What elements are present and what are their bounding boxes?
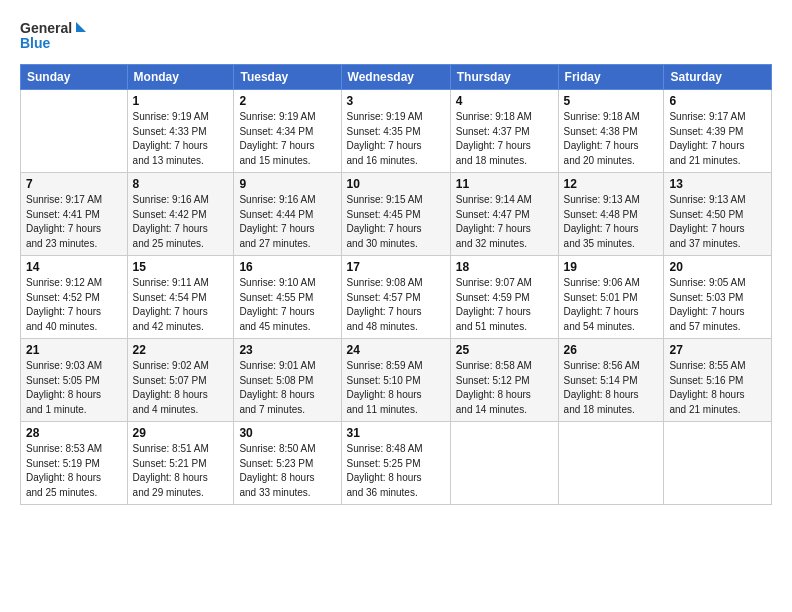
- day-number: 12: [564, 177, 659, 191]
- day-number: 19: [564, 260, 659, 274]
- calendar-cell: 22Sunrise: 9:02 AM Sunset: 5:07 PM Dayli…: [127, 339, 234, 422]
- day-info: Sunrise: 9:08 AM Sunset: 4:57 PM Dayligh…: [347, 276, 445, 334]
- day-info: Sunrise: 9:19 AM Sunset: 4:34 PM Dayligh…: [239, 110, 335, 168]
- calendar-cell: 12Sunrise: 9:13 AM Sunset: 4:48 PM Dayli…: [558, 173, 664, 256]
- calendar-cell: 16Sunrise: 9:10 AM Sunset: 4:55 PM Dayli…: [234, 256, 341, 339]
- day-number: 7: [26, 177, 122, 191]
- logo-svg: General Blue: [20, 18, 90, 54]
- day-number: 9: [239, 177, 335, 191]
- day-number: 29: [133, 426, 229, 440]
- day-info: Sunrise: 9:18 AM Sunset: 4:38 PM Dayligh…: [564, 110, 659, 168]
- day-number: 21: [26, 343, 122, 357]
- day-number: 8: [133, 177, 229, 191]
- weekday-header: Saturday: [664, 65, 772, 90]
- day-info: Sunrise: 9:18 AM Sunset: 4:37 PM Dayligh…: [456, 110, 553, 168]
- day-number: 27: [669, 343, 766, 357]
- calendar-cell: 15Sunrise: 9:11 AM Sunset: 4:54 PM Dayli…: [127, 256, 234, 339]
- day-number: 24: [347, 343, 445, 357]
- calendar-cell: 21Sunrise: 9:03 AM Sunset: 5:05 PM Dayli…: [21, 339, 128, 422]
- day-info: Sunrise: 9:02 AM Sunset: 5:07 PM Dayligh…: [133, 359, 229, 417]
- day-info: Sunrise: 9:17 AM Sunset: 4:39 PM Dayligh…: [669, 110, 766, 168]
- calendar-cell: 19Sunrise: 9:06 AM Sunset: 5:01 PM Dayli…: [558, 256, 664, 339]
- day-number: 20: [669, 260, 766, 274]
- day-info: Sunrise: 8:48 AM Sunset: 5:25 PM Dayligh…: [347, 442, 445, 500]
- day-number: 10: [347, 177, 445, 191]
- day-info: Sunrise: 9:05 AM Sunset: 5:03 PM Dayligh…: [669, 276, 766, 334]
- day-number: 14: [26, 260, 122, 274]
- day-number: 3: [347, 94, 445, 108]
- day-number: 2: [239, 94, 335, 108]
- calendar-week-row: 14Sunrise: 9:12 AM Sunset: 4:52 PM Dayli…: [21, 256, 772, 339]
- calendar-cell: 3Sunrise: 9:19 AM Sunset: 4:35 PM Daylig…: [341, 90, 450, 173]
- day-info: Sunrise: 9:07 AM Sunset: 4:59 PM Dayligh…: [456, 276, 553, 334]
- day-number: 13: [669, 177, 766, 191]
- calendar-cell: 31Sunrise: 8:48 AM Sunset: 5:25 PM Dayli…: [341, 422, 450, 505]
- calendar-cell: 23Sunrise: 9:01 AM Sunset: 5:08 PM Dayli…: [234, 339, 341, 422]
- day-info: Sunrise: 9:16 AM Sunset: 4:44 PM Dayligh…: [239, 193, 335, 251]
- calendar-cell: 18Sunrise: 9:07 AM Sunset: 4:59 PM Dayli…: [450, 256, 558, 339]
- calendar-cell: 14Sunrise: 9:12 AM Sunset: 4:52 PM Dayli…: [21, 256, 128, 339]
- calendar-cell: [21, 90, 128, 173]
- day-number: 26: [564, 343, 659, 357]
- day-info: Sunrise: 9:17 AM Sunset: 4:41 PM Dayligh…: [26, 193, 122, 251]
- day-info: Sunrise: 8:58 AM Sunset: 5:12 PM Dayligh…: [456, 359, 553, 417]
- calendar-cell: 11Sunrise: 9:14 AM Sunset: 4:47 PM Dayli…: [450, 173, 558, 256]
- svg-text:Blue: Blue: [20, 35, 51, 51]
- svg-marker-2: [76, 22, 86, 32]
- day-info: Sunrise: 9:01 AM Sunset: 5:08 PM Dayligh…: [239, 359, 335, 417]
- day-info: Sunrise: 8:53 AM Sunset: 5:19 PM Dayligh…: [26, 442, 122, 500]
- calendar-week-row: 1Sunrise: 9:19 AM Sunset: 4:33 PM Daylig…: [21, 90, 772, 173]
- day-number: 28: [26, 426, 122, 440]
- calendar-cell: 17Sunrise: 9:08 AM Sunset: 4:57 PM Dayli…: [341, 256, 450, 339]
- day-info: Sunrise: 8:50 AM Sunset: 5:23 PM Dayligh…: [239, 442, 335, 500]
- day-number: 6: [669, 94, 766, 108]
- weekday-header: Tuesday: [234, 65, 341, 90]
- calendar-cell: 2Sunrise: 9:19 AM Sunset: 4:34 PM Daylig…: [234, 90, 341, 173]
- weekday-header: Thursday: [450, 65, 558, 90]
- weekday-header: Sunday: [21, 65, 128, 90]
- calendar-cell: 25Sunrise: 8:58 AM Sunset: 5:12 PM Dayli…: [450, 339, 558, 422]
- day-info: Sunrise: 9:11 AM Sunset: 4:54 PM Dayligh…: [133, 276, 229, 334]
- day-info: Sunrise: 9:19 AM Sunset: 4:35 PM Dayligh…: [347, 110, 445, 168]
- weekday-header: Monday: [127, 65, 234, 90]
- day-number: 30: [239, 426, 335, 440]
- day-info: Sunrise: 9:16 AM Sunset: 4:42 PM Dayligh…: [133, 193, 229, 251]
- calendar-cell: 30Sunrise: 8:50 AM Sunset: 5:23 PM Dayli…: [234, 422, 341, 505]
- day-info: Sunrise: 9:06 AM Sunset: 5:01 PM Dayligh…: [564, 276, 659, 334]
- day-number: 16: [239, 260, 335, 274]
- calendar-cell: 9Sunrise: 9:16 AM Sunset: 4:44 PM Daylig…: [234, 173, 341, 256]
- calendar-cell: [664, 422, 772, 505]
- calendar-cell: 20Sunrise: 9:05 AM Sunset: 5:03 PM Dayli…: [664, 256, 772, 339]
- day-info: Sunrise: 8:56 AM Sunset: 5:14 PM Dayligh…: [564, 359, 659, 417]
- calendar-cell: 26Sunrise: 8:56 AM Sunset: 5:14 PM Dayli…: [558, 339, 664, 422]
- day-number: 25: [456, 343, 553, 357]
- logo: General Blue: [20, 18, 90, 54]
- calendar-cell: 5Sunrise: 9:18 AM Sunset: 4:38 PM Daylig…: [558, 90, 664, 173]
- day-number: 22: [133, 343, 229, 357]
- calendar-cell: 6Sunrise: 9:17 AM Sunset: 4:39 PM Daylig…: [664, 90, 772, 173]
- calendar-cell: 7Sunrise: 9:17 AM Sunset: 4:41 PM Daylig…: [21, 173, 128, 256]
- day-info: Sunrise: 9:15 AM Sunset: 4:45 PM Dayligh…: [347, 193, 445, 251]
- page-header: General Blue: [20, 18, 772, 54]
- day-info: Sunrise: 9:14 AM Sunset: 4:47 PM Dayligh…: [456, 193, 553, 251]
- day-info: Sunrise: 9:13 AM Sunset: 4:50 PM Dayligh…: [669, 193, 766, 251]
- day-info: Sunrise: 8:59 AM Sunset: 5:10 PM Dayligh…: [347, 359, 445, 417]
- calendar-cell: [450, 422, 558, 505]
- day-number: 23: [239, 343, 335, 357]
- day-number: 1: [133, 94, 229, 108]
- day-info: Sunrise: 8:51 AM Sunset: 5:21 PM Dayligh…: [133, 442, 229, 500]
- calendar-cell: 8Sunrise: 9:16 AM Sunset: 4:42 PM Daylig…: [127, 173, 234, 256]
- calendar-cell: 28Sunrise: 8:53 AM Sunset: 5:19 PM Dayli…: [21, 422, 128, 505]
- day-info: Sunrise: 9:19 AM Sunset: 4:33 PM Dayligh…: [133, 110, 229, 168]
- calendar-week-row: 7Sunrise: 9:17 AM Sunset: 4:41 PM Daylig…: [21, 173, 772, 256]
- day-number: 5: [564, 94, 659, 108]
- day-info: Sunrise: 9:13 AM Sunset: 4:48 PM Dayligh…: [564, 193, 659, 251]
- day-info: Sunrise: 9:03 AM Sunset: 5:05 PM Dayligh…: [26, 359, 122, 417]
- day-info: Sunrise: 8:55 AM Sunset: 5:16 PM Dayligh…: [669, 359, 766, 417]
- weekday-header-row: SundayMondayTuesdayWednesdayThursdayFrid…: [21, 65, 772, 90]
- weekday-header: Wednesday: [341, 65, 450, 90]
- day-info: Sunrise: 9:10 AM Sunset: 4:55 PM Dayligh…: [239, 276, 335, 334]
- calendar-cell: 1Sunrise: 9:19 AM Sunset: 4:33 PM Daylig…: [127, 90, 234, 173]
- calendar-cell: [558, 422, 664, 505]
- day-number: 11: [456, 177, 553, 191]
